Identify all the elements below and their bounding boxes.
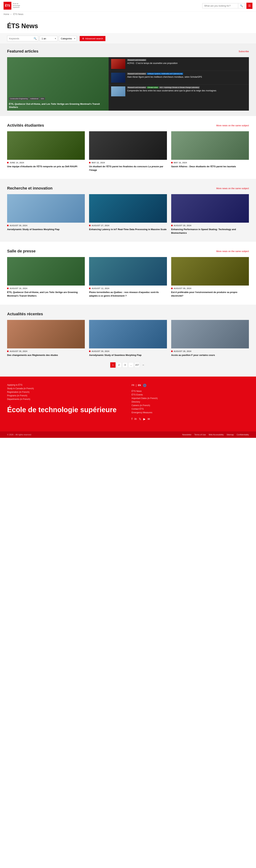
keywords-input[interactable] [7, 36, 32, 41]
recent-card-1[interactable]: AUGUST 30, 2024 Des changements aux Règl… [7, 320, 85, 357]
page-btn-1[interactable]: 1 [110, 362, 116, 368]
footer-sitemap-link[interactable]: Sitemap [227, 434, 234, 436]
research-card-3[interactable]: AUGUST 20, 2024 Enhancing Performance in… [171, 194, 249, 235]
student-card-date-3: MAY 16, 2024 [171, 161, 249, 164]
student-card-title-2: Un étudiant de l'ÉTS parmi les finaliste… [89, 165, 167, 172]
student-card-2[interactable]: MAY 22, 2024 Un étudiant de l'ÉTS parmi … [89, 131, 167, 172]
categories-select[interactable]: Categories [59, 36, 77, 41]
logo-box[interactable]: ÉTS [4, 2, 11, 10]
feat-tag-construction: Construction Engineering [9, 97, 29, 100]
footer-social-youtube[interactable]: ▶ [143, 417, 145, 421]
student-card-img-3 [171, 131, 249, 160]
feat-side-tag-sw: Software Systems, Multimedia and Cyberse… [147, 73, 183, 75]
press-card-date-1: AUGUST 16, 2024 [7, 287, 85, 289]
featured-section: Featured articles Subscribe Construction… [0, 44, 256, 116]
student-card-1[interactable]: JUNE 14, 2024 Une équipe d'étudiants de … [7, 131, 85, 172]
press-card-2[interactable]: AUGUST 12, 2024 Pluies torrentielles au … [89, 257, 167, 298]
feat-side-thumb-1 [111, 59, 125, 69]
breadcrumb-home[interactable]: Home [4, 13, 9, 16]
featured-main-tags: Construction Engineering Institutional G… [9, 97, 45, 100]
footer-social-facebook[interactable]: f [132, 417, 132, 421]
date-dot [171, 350, 173, 352]
footer-link-departments[interactable]: Departments (in French) [7, 398, 124, 400]
research-section-title: Recherche et innovation [7, 186, 52, 191]
featured-grid: Construction Engineering Institutional G… [7, 57, 249, 111]
research-card-1[interactable]: AUGUST 30, 2024 Aerodynamic Study of Sea… [7, 194, 85, 235]
filters-bar: 🔍 Year 1 an Categories ⚙ Advanced search [0, 33, 256, 44]
footer-link-study[interactable]: Study in Canada (in French) [7, 387, 124, 390]
footer-social-x[interactable]: 𝕏 [139, 417, 141, 421]
footer-social-linkedin[interactable]: in [135, 417, 137, 421]
footer-terms-link[interactable]: Terms of Use [194, 434, 206, 436]
feat-side-item-2[interactable]: Research and Innovation Software Systems… [109, 71, 249, 85]
footer-link-applying[interactable]: Applying to ÉTS [7, 384, 124, 386]
footer-link-events[interactable]: ÉTS Events [132, 394, 249, 396]
footer-link-programs[interactable]: Programs (in French) [7, 394, 124, 397]
featured-main-article[interactable]: Construction Engineering Institutional G… [7, 57, 109, 111]
date-dot [7, 162, 8, 163]
page-next-button[interactable]: → [140, 362, 146, 368]
footer-grid: Applying to ÉTS Study in Canada (in Fren… [7, 384, 249, 424]
research-card-img-2 [89, 194, 167, 223]
recent-cards-grid: AUGUST 30, 2024 Des changements aux Règl… [7, 320, 249, 357]
footer-bottom-links: Newsletter Terms of Use Web Accessibilit… [182, 434, 249, 436]
feat-side-thumb-2 [111, 73, 125, 83]
footer-lang-en[interactable]: EN [138, 384, 141, 386]
footer-link-directory[interactable]: Directory [132, 401, 249, 403]
student-card-img-2 [89, 131, 167, 160]
footer-accessibility-link[interactable]: Web Accessibility [209, 434, 224, 436]
recent-card-title-2: Aerodynamic Study of Seamless Morphing F… [89, 353, 167, 357]
advanced-search-button[interactable]: ⚙ Advanced search [80, 36, 105, 41]
footer-link-emergency[interactable]: Emergency Measures [132, 411, 249, 414]
student-card-img-1 [7, 131, 85, 160]
press-card-title-2: Pluies torrentielles au Québec : nos rés… [89, 290, 167, 298]
student-more-link[interactable]: More news on the same subject [216, 124, 249, 127]
footer-social-instagram[interactable]: ✉ [148, 417, 150, 421]
footer-left-links: Applying to ÉTS Study in Canada (in Fren… [7, 384, 124, 400]
recent-section: Actualités récentes AUGUST 30, 2024 Des … [0, 305, 256, 377]
footer-bottom: © 2026 – All rights reserved Newsletter … [0, 431, 256, 438]
feat-side-item-1[interactable]: Research and Innovation ACFAS : C'est le… [109, 57, 249, 71]
search-bar: 🔍 [202, 3, 245, 8]
search-input[interactable] [203, 3, 238, 8]
page-btn-2[interactable]: 2 [116, 362, 121, 368]
research-card-img-1 [7, 194, 85, 223]
recent-card-2[interactable]: AUGUST 30, 2024 Aerodynamic Study of Sea… [89, 320, 167, 357]
press-card-3[interactable]: AUGUST 09, 2024 Est-il préférable pour l… [171, 257, 249, 298]
footer-lang-fr[interactable]: FR [132, 384, 135, 386]
year-select[interactable]: Year 1 an [40, 36, 58, 41]
footer-link-news[interactable]: ÉTS News [132, 390, 249, 393]
recent-card-img-1 [7, 320, 85, 348]
feat-side-info-3: Research and Innovation Climate Action H… [127, 86, 246, 92]
research-card-2[interactable]: AUGUST 27, 2024 Enhancing Latency in IoT… [89, 194, 167, 235]
hamburger-button[interactable]: ☰ [246, 3, 252, 9]
footer-confidentiality-link[interactable]: Confidentiality [236, 434, 249, 436]
search-button[interactable]: 🔍 [238, 3, 245, 8]
filter-icon: ⚙ [82, 37, 84, 40]
recent-card-3[interactable]: AUGUST 28, 2024 Accès au pavillon F pour… [171, 320, 249, 357]
footer-link-registration[interactable]: Registration (in French) [7, 391, 124, 393]
press-card-img-1 [7, 257, 85, 285]
date-dot [89, 288, 90, 289]
page-btn-last[interactable]: 157 [135, 362, 140, 368]
press-more-link[interactable]: More news on the same subject [216, 250, 249, 253]
site-header: ÉTS École detechnologiesupérieure 🔍 ☰ [0, 0, 256, 11]
press-card-1[interactable]: AUGUST 16, 2024 ÉTS, Quebecor Out-of-Hom… [7, 257, 85, 298]
subscribe-link[interactable]: Subscribe [239, 50, 249, 53]
student-card-3[interactable]: MAY 16, 2024 Savoir Affaires : Deux étud… [171, 131, 249, 172]
page-title: ÉTS News [0, 17, 256, 33]
research-card-title-2: Enhancing Latency in IoT Real-Time Data … [89, 228, 167, 231]
press-card-img-3 [171, 257, 249, 285]
footer-newsletter-link[interactable]: Newsletter [182, 434, 191, 436]
featured-main-title: ÉTS, Quebecor Out-of-Home, and Les Toits… [9, 102, 107, 109]
footer-school-name: École de technologie supérieure [7, 406, 124, 413]
footer-link-dates[interactable]: Important Dates (in French) [132, 397, 249, 400]
page-btn-3[interactable]: 3 [122, 362, 127, 368]
feat-side-item-3[interactable]: Research and Innovation Climate Action H… [109, 85, 249, 98]
footer-link-careers[interactable]: Careers (in French) [132, 404, 249, 407]
keywords-input-wrap: 🔍 [7, 36, 38, 41]
research-more-link[interactable]: More news on the same subject [216, 187, 249, 190]
date-dot [89, 350, 90, 352]
footer-link-contact[interactable]: Contact ÉTS [132, 408, 249, 410]
student-section-header: Activités étudiantes More news on the sa… [7, 123, 249, 128]
